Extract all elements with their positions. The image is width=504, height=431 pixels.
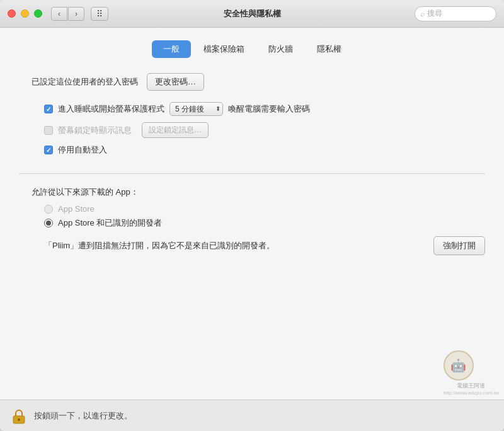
autologin-checkbox[interactable] — [44, 146, 53, 154]
bottom-bar-text: 按鎖頭一下，以進行更改。 — [34, 410, 132, 422]
radio-appstore-label: App Store — [58, 204, 94, 214]
titlebar: ‹ › ⠿ 安全性與隱私權 ⌕ 搜尋 — [0, 0, 504, 28]
radio-appstore-dev-row: App Store 和已識別的開發者 — [32, 217, 485, 229]
radio-appstore[interactable] — [44, 205, 53, 214]
sleep-label: 進入睡眠或開始螢幕保護程式 — [58, 103, 164, 115]
close-button[interactable] — [8, 9, 16, 18]
search-placeholder: 搜尋 — [427, 8, 442, 19]
nav-buttons: ‹ › — [51, 7, 84, 21]
autologin-checkbox-row: 停用自動登入 — [44, 144, 485, 156]
warning-text: 「Pliim」遭到阻擋無法打開，因為它不是來自已識別的開發者。 — [44, 240, 275, 251]
wakeup-label: 喚醒電腦需要輸入密碼 — [228, 103, 310, 115]
window-controls — [8, 9, 42, 18]
tab-filevault[interactable]: 檔案保險箱 — [192, 40, 256, 58]
main-content: 一般 檔案保險箱 防火牆 隱私權 已設定這位使用者的登入密碼 更改密碼… 進入睡… — [0, 28, 504, 399]
window-title: 安全性與隱私權 — [224, 8, 281, 20]
app-sources-title: 允許從以下來源下載的 App： — [32, 187, 485, 198]
svg-point-1 — [18, 418, 20, 421]
force-open-button[interactable]: 強制打開 — [433, 236, 485, 255]
warning-row: 「Pliim」遭到阻擋無法打開，因為它不是來自已識別的開發者。 強制打開 — [32, 236, 485, 255]
grid-button[interactable]: ⠿ — [91, 7, 108, 21]
section-divider — [19, 173, 485, 174]
password-label: 已設定這位使用者的登入密碼 — [32, 76, 138, 88]
sleep-checkbox[interactable] — [44, 105, 53, 113]
password-section: 已設定這位使用者的登入密碼 更改密碼… — [19, 73, 485, 91]
change-password-button[interactable]: 更改密碼… — [147, 73, 204, 91]
minimize-button[interactable] — [21, 9, 29, 18]
search-box[interactable]: ⌕ 搜尋 — [415, 6, 496, 21]
autologin-label: 停用自動登入 — [58, 144, 107, 156]
radio-appstore-row: App Store — [32, 204, 485, 214]
forward-button[interactable]: › — [68, 7, 84, 21]
tab-general[interactable]: 一般 — [152, 40, 191, 58]
lock-message-checkbox[interactable] — [44, 126, 53, 135]
lock-message-label: 螢幕鎖定時顯示訊息 — [58, 125, 132, 136]
lock-icon[interactable] — [10, 407, 28, 425]
time-dropdown[interactable]: 立即 5 秒後 1 分鐘後 5 分鐘後 15 分鐘後 1 小時後 4 小時後 — [169, 102, 223, 116]
set-lock-message-button[interactable]: 設定鎖定訊息… — [142, 122, 209, 138]
checkboxes-area: 進入睡眠或開始螢幕保護程式 立即 5 秒後 1 分鐘後 5 分鐘後 15 分鐘後… — [19, 102, 485, 156]
tab-privacy[interactable]: 隱私權 — [306, 40, 353, 58]
back-button[interactable]: ‹ — [51, 7, 67, 21]
sleep-checkbox-row: 進入睡眠或開始螢幕保護程式 立即 5 秒後 1 分鐘後 5 分鐘後 15 分鐘後… — [44, 102, 485, 116]
watermark: 🤖 電腦王阿達 http://www.adzpc.com.tw — [444, 350, 499, 396]
tab-firewall[interactable]: 防火牆 — [257, 40, 304, 58]
lock-message-checkbox-row: 螢幕鎖定時顯示訊息 設定鎖定訊息… — [44, 122, 485, 138]
dropdown-wrapper[interactable]: 立即 5 秒後 1 分鐘後 5 分鐘後 15 分鐘後 1 小時後 4 小時後 ⬍ — [169, 102, 223, 116]
radio-appstore-dev-label: App Store 和已識別的開發者 — [58, 217, 162, 229]
search-icon: ⌕ — [420, 9, 425, 18]
radio-appstore-dev[interactable] — [44, 219, 53, 227]
app-sources-section: 允許從以下來源下載的 App： App Store App Store 和已識別… — [19, 187, 485, 255]
tabs-bar: 一般 檔案保險箱 防火牆 隱私權 — [19, 40, 485, 58]
bottom-bar: 按鎖頭一下，以進行更改。 — [0, 399, 504, 431]
maximize-button[interactable] — [34, 9, 42, 18]
